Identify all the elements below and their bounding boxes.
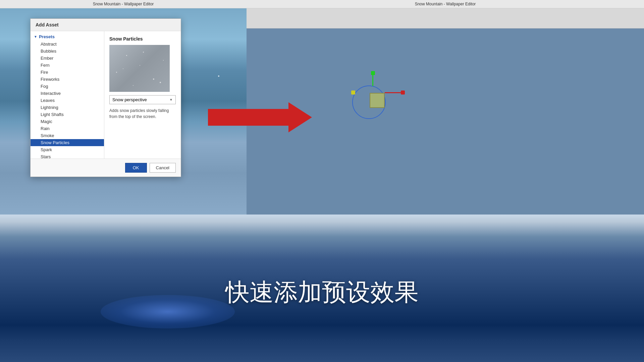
preset-lightshafts[interactable]: Light Shafts bbox=[31, 111, 104, 118]
preset-smoke[interactable]: Smoke bbox=[31, 132, 104, 139]
presets-section-header[interactable]: ▼ Presets bbox=[31, 33, 104, 41]
preset-bubbles[interactable]: Bubbles bbox=[31, 48, 104, 55]
preset-interactive[interactable]: Interactive bbox=[31, 90, 104, 97]
widget-handle-right bbox=[385, 92, 401, 93]
widget-handle-left-dot[interactable] bbox=[351, 90, 355, 95]
widget-handle-top-dot[interactable] bbox=[371, 71, 375, 75]
title-left-text: Snow Mountain - Wallpaper Editor bbox=[93, 2, 154, 6]
dialog-footer: OK Cancel bbox=[31, 159, 181, 177]
arrow-body bbox=[208, 109, 292, 126]
description-text: Adds snow particles slowly falling from … bbox=[109, 108, 176, 120]
preview-title: Snow Particles bbox=[109, 36, 176, 42]
dialog-body: ▼ Presets Abstract Bubbles Ember Fern Fi… bbox=[31, 31, 181, 159]
cancel-button[interactable]: Cancel bbox=[150, 163, 176, 173]
canvas-header bbox=[247, 8, 644, 28]
bg-bottom-glow bbox=[101, 295, 235, 328]
dialog-title: Add Asset bbox=[31, 19, 181, 31]
dialog-preview-panel: Snow Particles Snow perspective ▼ Ad bbox=[104, 31, 181, 159]
preset-stars[interactable]: Stars bbox=[31, 153, 104, 159]
title-right-text: Snow Mountain - Wallpaper Editor bbox=[415, 2, 476, 6]
preset-leaves[interactable]: Leaves bbox=[31, 97, 104, 104]
add-asset-dialog: Add Asset ▼ Presets Abstract Bubbles Emb… bbox=[30, 18, 181, 177]
subtitle-text: 快速添加预设效果 bbox=[225, 276, 419, 308]
preview-image bbox=[109, 45, 170, 92]
3d-widget bbox=[352, 85, 386, 119]
preset-lightning[interactable]: Lightning bbox=[31, 104, 104, 111]
dropdown-value: Snow perspective bbox=[112, 97, 147, 102]
preset-fern[interactable]: Fern bbox=[31, 62, 104, 69]
presets-chevron: ▼ bbox=[34, 35, 37, 39]
widget-circle bbox=[352, 85, 386, 119]
dropdown-arrow-icon: ▼ bbox=[169, 98, 173, 102]
widget-handle-right-dot[interactable] bbox=[401, 90, 405, 95]
preset-fireworks[interactable]: Fireworks bbox=[31, 76, 104, 83]
preset-rain[interactable]: Rain bbox=[31, 125, 104, 132]
title-bar-right: Snow Mountain - Wallpaper Editor bbox=[247, 0, 644, 8]
preset-spark[interactable]: Spark bbox=[31, 146, 104, 153]
preset-magic[interactable]: Magic bbox=[31, 118, 104, 125]
ok-button[interactable]: OK bbox=[125, 163, 147, 173]
presets-label: Presets bbox=[39, 34, 55, 39]
preset-fire[interactable]: Fire bbox=[31, 69, 104, 76]
preset-ember[interactable]: Ember bbox=[31, 55, 104, 62]
dialog-tree-panel[interactable]: ▼ Presets Abstract Bubbles Ember Fern Fi… bbox=[31, 31, 104, 159]
widget-square[interactable] bbox=[370, 93, 385, 108]
preset-snow-particles[interactable]: Snow Particles bbox=[31, 139, 104, 146]
variant-dropdown[interactable]: Snow perspective ▼ bbox=[109, 95, 176, 104]
preset-fog[interactable]: Fog bbox=[31, 83, 104, 90]
preset-abstract[interactable]: Abstract bbox=[31, 41, 104, 48]
widget-handle-top bbox=[372, 74, 373, 86]
title-bar-left: Snow Mountain - Wallpaper Editor bbox=[0, 0, 247, 8]
sparkle bbox=[218, 75, 219, 77]
arrow-head bbox=[288, 102, 312, 132]
